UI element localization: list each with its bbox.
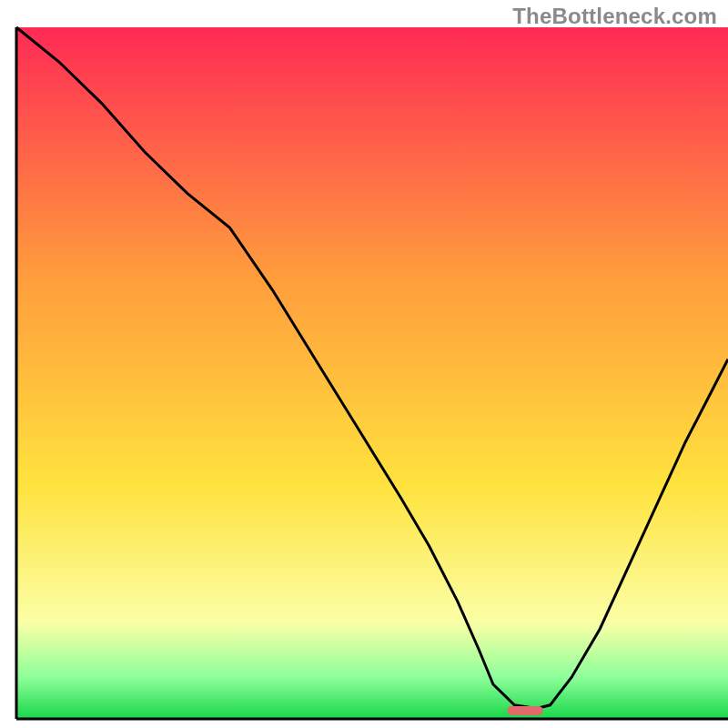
bottleneck-chart [0,0,728,728]
optimal-marker [508,706,543,715]
chart-container: TheBottleneck.com [0,0,728,728]
plot-background [16,27,728,719]
watermark-label: TheBottleneck.com [512,4,717,29]
